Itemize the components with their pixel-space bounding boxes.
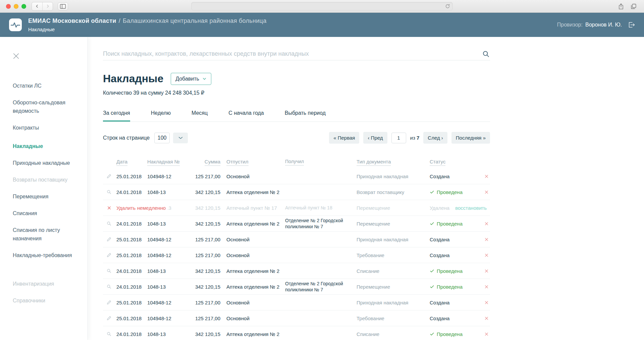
delete-row-button[interactable] <box>483 174 490 179</box>
cell-sum: 125 217,00 <box>193 237 226 242</box>
pagination-next-button[interactable]: След › <box>423 132 447 144</box>
row-action-cell[interactable] <box>103 300 115 305</box>
delete-now-button[interactable]: Удалить немедленно <box>115 204 168 211</box>
user-name: Воронов И. Ю. <box>585 22 622 28</box>
browser-forward-button[interactable] <box>42 2 53 10</box>
delete-row-button[interactable] <box>483 237 490 242</box>
view-icon[interactable] <box>107 269 111 273</box>
edit-icon[interactable] <box>107 174 111 179</box>
period-tab-1[interactable]: Неделю <box>151 110 171 122</box>
browser-sidebar-button[interactable] <box>58 2 68 10</box>
delete-row-button[interactable] <box>483 269 490 273</box>
delete-row-button[interactable] <box>483 332 490 336</box>
pagination-page-input[interactable] <box>391 133 406 143</box>
restore-link[interactable]: восстановить <box>455 205 487 211</box>
table-row[interactable]: 25.01.2018104948-12125 217,00ОсновнойПри… <box>103 295 490 310</box>
view-icon[interactable] <box>107 284 111 289</box>
sidebar-item[interactable]: Оборотно-сальдовая ведомость <box>13 98 80 115</box>
sidebar-item[interactable]: Приходные накладные <box>13 159 80 167</box>
table-row[interactable]: 24.01.20181048-13342 120,15Аптека отделе… <box>103 279 490 295</box>
refresh-icon[interactable] <box>445 4 450 9</box>
view-icon[interactable] <box>107 221 111 226</box>
rows-per-page-input[interactable] <box>154 133 170 143</box>
column-header-date[interactable]: Дата <box>116 159 127 166</box>
sidebar-item[interactable]: Списания по листу назначения <box>13 226 80 243</box>
row-action-cell[interactable] <box>103 237 115 242</box>
close-menu-button[interactable] <box>12 52 20 60</box>
table-row[interactable]: 24.01.20181048-13342 120,15Аптека отделе… <box>103 184 490 200</box>
period-tab-3[interactable]: С начала года <box>228 110 264 122</box>
row-action-cell[interactable] <box>103 174 115 179</box>
table-row[interactable]: 25.01.2018104948-12125 217,00ОсновнойТре… <box>103 310 490 326</box>
cell-number: 1048-13 <box>147 268 193 274</box>
sidebar-item[interactable]: Накладные-требования <box>13 251 80 259</box>
delete-row-button[interactable] <box>483 285 490 289</box>
add-button[interactable]: Добавить <box>171 73 211 85</box>
delete-row-button[interactable] <box>483 300 490 305</box>
edit-icon[interactable] <box>107 316 111 321</box>
cell-number: 104948-12 <box>147 315 193 321</box>
sidebar-item[interactable]: Контракты <box>13 124 80 132</box>
table-row[interactable]: 24.01.20181048-13342 120,15Аптека отделе… <box>103 216 490 232</box>
column-header-number[interactable]: Накладная № <box>147 159 180 166</box>
sidebar-item[interactable]: Остатки ЛС <box>13 82 80 90</box>
sidebar-item[interactable]: Перемещения <box>13 192 80 201</box>
table-controls: Строк на странице « Первая ‹ Пред из 7 С… <box>103 132 490 144</box>
period-tabs: За сегодняНеделюМесяцС начала годаВыбрат… <box>103 110 490 122</box>
row-action-cell[interactable] <box>103 316 115 321</box>
tabs-overview-icon[interactable] <box>631 3 637 9</box>
table-row[interactable]: 25.01.2018104948-12125 217,00ОсновнойПри… <box>103 232 490 247</box>
cell-type: Приходная накладная <box>357 174 430 179</box>
pagination-first-button[interactable]: « Первая <box>329 132 359 144</box>
sidebar-item[interactable]: Списания <box>13 209 80 217</box>
share-icon[interactable] <box>618 3 624 10</box>
delete-row-button[interactable] <box>483 316 490 321</box>
column-header-from[interactable]: Отпустил <box>226 159 249 166</box>
window-minimize-button[interactable] <box>14 4 18 9</box>
edit-icon[interactable] <box>107 300 111 305</box>
table-row[interactable]: 24.01.20181048-13342 120,15Аптека отделе… <box>103 263 490 279</box>
search-input[interactable] <box>103 50 490 57</box>
column-header-to[interactable]: Получил <box>285 159 304 165</box>
edit-icon[interactable] <box>107 253 111 257</box>
rows-per-page-dropdown[interactable] <box>173 133 188 143</box>
period-tab-2[interactable]: Месяц <box>192 110 208 122</box>
sidebar-panel-icon <box>60 4 66 9</box>
header-titles: ЕМИАС Московской области/Балашихинская ц… <box>28 17 267 32</box>
logout-icon[interactable] <box>628 21 635 29</box>
view-icon[interactable] <box>107 332 111 336</box>
window-close-button[interactable] <box>6 4 11 9</box>
cell-from: Основной <box>226 252 285 258</box>
pagination-last-button[interactable]: Последняя » <box>451 132 490 144</box>
sidebar-item-active[interactable]: Накладные <box>13 142 80 150</box>
delete-row-button[interactable] <box>483 253 490 257</box>
period-tab-4[interactable]: Выбрать период <box>285 110 326 122</box>
row-action-cell[interactable] <box>103 284 115 289</box>
table-row[interactable]: 24.01.20181048-13342 120,15Аптека отделе… <box>103 326 490 340</box>
view-icon[interactable] <box>107 190 111 194</box>
window-zoom-button[interactable] <box>21 4 26 9</box>
row-action-cell[interactable] <box>103 253 115 257</box>
table-row[interactable]: 25.01.2018104948-12125 217,00ОсновнойТре… <box>103 247 490 263</box>
address-bar[interactable] <box>191 2 453 10</box>
back-icon <box>35 4 39 8</box>
table-row[interactable]: 25.01.2018104948-12125 217,00ОсновнойПри… <box>103 168 490 184</box>
delete-row-button[interactable] <box>483 222 490 226</box>
search-icon[interactable] <box>482 50 489 57</box>
row-action-cell[interactable] <box>103 269 115 273</box>
cell-status: Проведена <box>430 221 483 227</box>
edit-icon[interactable] <box>107 237 111 242</box>
row-action-cell[interactable] <box>103 190 115 194</box>
pagination-prev-button[interactable]: ‹ Пред <box>363 132 387 144</box>
column-header-status[interactable]: Статус <box>430 159 445 166</box>
column-header-sum[interactable]: Сумма <box>205 159 220 166</box>
row-action-cell[interactable] <box>103 221 115 226</box>
row-action-cell[interactable] <box>103 332 115 336</box>
period-tab-0[interactable]: За сегодня <box>103 110 130 122</box>
cell-from: Основной <box>226 237 285 242</box>
table-row[interactable]: 104948-13342 120,15Аптечный пункт № 17Ап… <box>103 200 490 216</box>
row-action-cell[interactable] <box>103 206 115 210</box>
delete-row-button[interactable] <box>483 190 490 194</box>
browser-back-button[interactable] <box>32 2 42 10</box>
column-header-type[interactable]: Тип документа <box>357 159 391 166</box>
